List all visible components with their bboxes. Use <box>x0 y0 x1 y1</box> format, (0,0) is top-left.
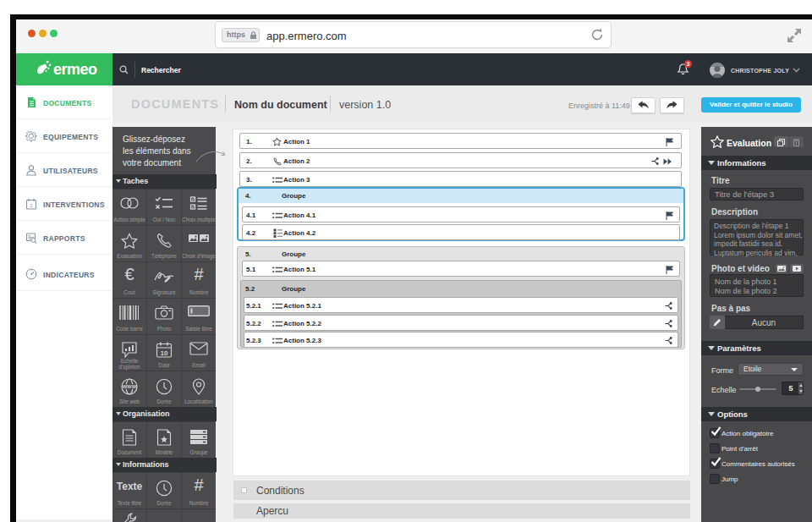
svg-text:1: 1 <box>30 203 33 208</box>
svg-text:WWW: WWW <box>123 384 137 389</box>
svg-text:10: 10 <box>161 349 168 357</box>
